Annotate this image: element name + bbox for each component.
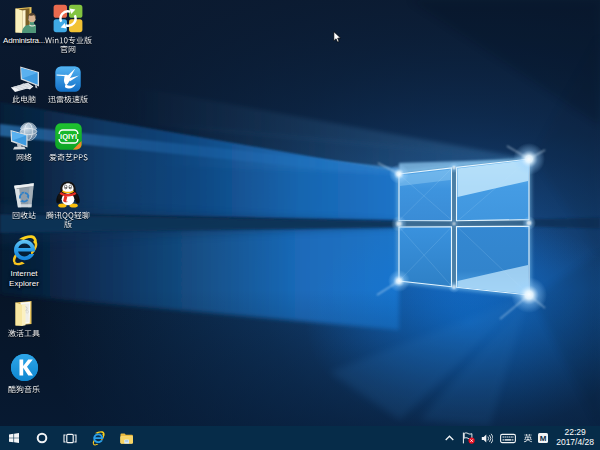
svg-text:iQIYI: iQIYI xyxy=(60,132,77,141)
